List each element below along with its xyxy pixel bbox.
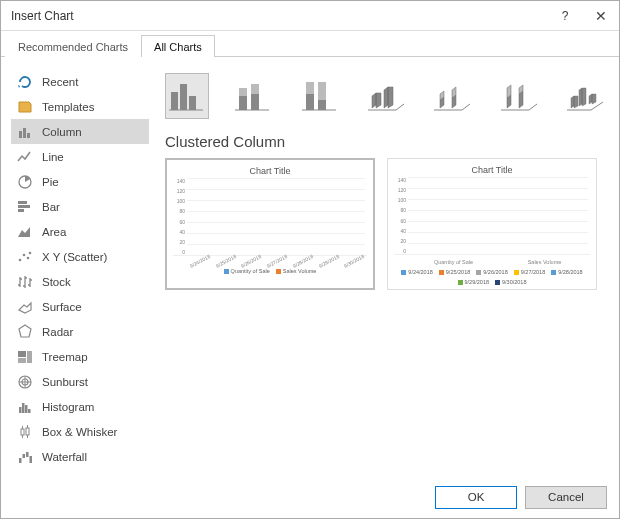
sidebar-item-treemap[interactable]: Treemap [11,344,149,369]
sidebar-item-label: Pie [42,176,59,188]
subtype-100-stacked-column[interactable] [298,73,342,119]
chart-preview-2[interactable]: Chart Title 140120100806040200 Quantity … [387,158,597,290]
dialog-body: Recent Templates Column Line Pie Bar [1,57,619,476]
treemap-icon [17,349,33,365]
sidebar-item-column[interactable]: Column [11,119,149,144]
3d-column-icon [565,78,605,114]
stacked100-column-icon [300,78,340,114]
sidebar-item-label: Recent [42,76,78,88]
sidebar-item-surface[interactable]: Surface [11,294,149,319]
svg-rect-20 [21,429,24,435]
surface-icon [17,299,33,315]
waterfall-icon [17,449,33,465]
chart-area-2: 140120100806040200 [394,177,590,255]
titlebar: Insert Chart ? ✕ [1,1,619,31]
area-icon [17,224,33,240]
clustered-column-icon [167,78,207,114]
chart-preview-1[interactable]: Chart Title 140120100806040200 9/24/2018… [165,158,375,290]
svg-rect-2 [27,133,30,138]
sidebar-item-label: Waterfall [42,451,87,463]
content-area: Clustered Column Chart Title 14012010080… [153,57,619,476]
ok-button[interactable]: OK [435,486,517,509]
sidebar-item-pie[interactable]: Pie [11,169,149,194]
sidebar-item-label: Stock [42,276,71,288]
svg-point-8 [23,253,26,256]
svg-rect-5 [18,205,30,208]
close-button[interactable]: ✕ [583,1,619,31]
svg-line-48 [529,104,537,110]
cancel-button[interactable]: Cancel [525,486,607,509]
sidebar-item-radar[interactable]: Radar [11,319,149,344]
sidebar-item-bar[interactable]: Bar [11,194,149,219]
sidebar-item-area[interactable]: Area [11,219,149,244]
chart-area-1: 140120100806040200 [173,178,367,256]
insert-chart-dialog: Insert Chart ? ✕ Recommended Charts All … [0,0,620,519]
svg-rect-19 [28,409,31,413]
svg-rect-11 [18,351,26,357]
svg-rect-16 [19,407,22,413]
sidebar-item-label: Sunburst [42,376,88,388]
svg-rect-17 [22,403,25,413]
svg-rect-21 [26,428,29,435]
chart-subtype-title: Clustered Column [165,133,607,150]
tab-recommended-charts[interactable]: Recommended Charts [5,35,141,57]
svg-rect-0 [19,131,22,138]
sidebar-item-label: Radar [42,326,73,338]
sidebar-item-label: Bar [42,201,60,213]
sidebar-item-label: X Y (Scatter) [42,251,107,263]
svg-rect-22 [19,458,22,463]
x-axis-2: Quantity of SaleSales Volume [394,259,590,265]
sidebar-item-templates[interactable]: Templates [11,94,149,119]
sidebar-item-line[interactable]: Line [11,144,149,169]
templates-icon [17,99,33,115]
subtype-3d-100-stacked-column[interactable] [496,73,540,119]
sidebar-item-label: Surface [42,301,82,313]
gridlines-1 [187,178,365,255]
sidebar-item-label: Box & Whisker [42,426,117,438]
subtype-3d-stacked-column[interactable] [430,73,474,119]
dialog-footer: OK Cancel [1,476,619,518]
svg-rect-6 [18,209,24,212]
window-title: Insert Chart [11,9,547,23]
sidebar-item-waterfall[interactable]: Waterfall [11,444,149,469]
sidebar-item-label: Treemap [42,351,88,363]
svg-rect-30 [180,84,187,110]
legend-1: Quantity of SaleSales Volume [173,268,367,274]
tab-all-charts[interactable]: All Charts [141,35,215,57]
subtype-3d-clustered-column[interactable] [364,73,408,119]
radar-icon [17,324,33,340]
sidebar-item-box-whisker[interactable]: Box & Whisker [11,419,149,444]
svg-rect-4 [18,201,27,204]
sidebar-item-scatter[interactable]: X Y (Scatter) [11,244,149,269]
recent-icon [17,74,33,90]
chart-title-1: Chart Title [173,166,367,176]
svg-point-9 [27,256,30,259]
y-axis-1: 140120100806040200 [173,178,185,255]
box-whisker-icon [17,424,33,440]
gridlines-2 [408,177,588,254]
3d-clustered-icon [366,78,406,114]
subtype-3d-column[interactable] [563,73,607,119]
subtype-stacked-column[interactable] [231,73,275,119]
svg-rect-31 [189,96,196,110]
svg-rect-23 [23,454,26,458]
sidebar-item-combo[interactable]: Combo [11,469,149,476]
sidebar-item-sunburst[interactable]: Sunburst [11,369,149,394]
sidebar-item-histogram[interactable]: Histogram [11,394,149,419]
sidebar-item-recent[interactable]: Recent [11,69,149,94]
svg-rect-33 [239,88,247,96]
chart-category-sidebar: Recent Templates Column Line Pie Bar [1,57,153,476]
column-icon [17,124,33,140]
3d-stacked-icon [432,78,472,114]
scatter-icon [17,249,33,265]
sidebar-item-label: Area [42,226,66,238]
sidebar-item-stock[interactable]: Stock [11,269,149,294]
svg-point-10 [29,251,32,254]
svg-rect-35 [251,84,259,94]
help-button[interactable]: ? [547,1,583,31]
subtype-clustered-column[interactable] [165,73,209,119]
histogram-icon [17,399,33,415]
svg-rect-39 [306,94,314,110]
svg-rect-29 [171,92,178,110]
svg-rect-36 [251,94,259,110]
